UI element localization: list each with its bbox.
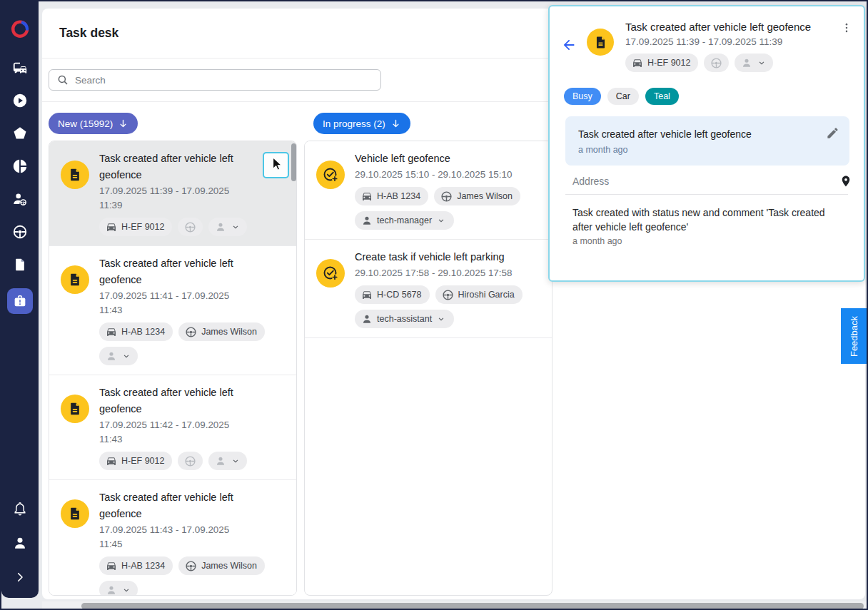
vehicle-label: H-CD 5678 <box>377 290 422 300</box>
car-icon <box>632 57 643 68</box>
edit-button[interactable] <box>826 126 839 140</box>
sidebar-item-driving[interactable] <box>7 223 33 241</box>
tag-teal[interactable]: Teal <box>645 88 679 105</box>
vehicle-chip[interactable]: H-EF 9012 <box>99 452 172 470</box>
chevron-down-icon <box>757 58 767 68</box>
chevron-right-icon <box>14 571 26 584</box>
steering-wheel-icon <box>184 455 196 467</box>
panel-task-title: Task created after vehicle left geofence <box>625 19 835 34</box>
panel-menu-button[interactable] <box>837 18 857 38</box>
task-title: Create task if vehicle left parking <box>355 249 542 265</box>
sidebar-item-documents[interactable] <box>7 255 33 274</box>
chevron-down-icon <box>231 456 241 466</box>
logo-icon <box>9 19 31 40</box>
task-date: 29.10.2025 17:58 - 29.10.2025 17:58 <box>355 266 542 280</box>
search-input[interactable] <box>75 75 373 86</box>
horizontal-scrollbar-thumb[interactable] <box>81 603 864 609</box>
column-label-in-progress: In progress (2) <box>323 118 385 129</box>
pencil-icon <box>826 126 839 140</box>
task-check-icon <box>322 166 339 183</box>
sidebar-item-task-desk[interactable] <box>7 288 33 314</box>
task-check-icon <box>322 265 339 282</box>
vehicle-chip[interactable]: H-AB 1234 <box>99 556 173 575</box>
vehicle-chip[interactable]: H-EF 9012 <box>99 218 172 236</box>
task-avatar <box>61 395 89 423</box>
sidebar-expand-button[interactable] <box>7 568 33 586</box>
pentagon-icon <box>12 126 28 141</box>
assignee-chip[interactable] <box>735 54 773 72</box>
pie-chart-icon <box>12 158 28 174</box>
task-avatar <box>61 499 89 528</box>
sidebar-item-playback[interactable] <box>7 91 33 110</box>
assignee-chip[interactable] <box>99 581 138 596</box>
person-icon <box>741 57 752 68</box>
driver-chip[interactable]: James Wilson <box>178 556 265 575</box>
steering-wheel-icon <box>184 221 196 233</box>
sort-down-icon <box>390 118 401 129</box>
back-button[interactable] <box>557 34 580 56</box>
search-box[interactable] <box>49 69 381 91</box>
sidebar-item-geofences[interactable] <box>7 124 33 143</box>
tag-car[interactable]: Car <box>607 88 639 105</box>
driver-chip[interactable]: James Wilson <box>434 187 520 205</box>
assignee-chip[interactable]: tech-manager <box>355 211 454 230</box>
task-title: Task created after vehicle left geofence <box>99 489 269 522</box>
task-avatar <box>587 29 614 56</box>
feedback-button[interactable]: Feedback <box>841 308 868 364</box>
pinned-comment-time: a month ago <box>578 145 815 155</box>
task-card[interactable]: Task created after vehicle left geofence… <box>49 246 296 375</box>
tag-busy[interactable]: Busy <box>564 88 601 105</box>
assignee-chip[interactable] <box>208 452 247 470</box>
column-header-new[interactable]: New (15992) <box>49 113 138 134</box>
column-scrollbar[interactable] <box>291 143 296 181</box>
task-avatar <box>316 161 345 189</box>
assignee-chip[interactable]: tech-assistant <box>355 310 454 328</box>
sidebar-item-reports[interactable] <box>7 157 33 176</box>
tag-list: Busy Car Teal <box>564 88 864 105</box>
vehicle-label: H-AB 1234 <box>377 191 420 201</box>
driver-label: James Wilson <box>201 561 257 571</box>
vehicle-label: H-EF 9012 <box>121 456 164 466</box>
vehicle-chip[interactable]: H-EF 9012 <box>625 54 698 72</box>
vehicle-chip[interactable]: H-CD 5678 <box>355 285 430 304</box>
task-card[interactable]: Create task if vehicle left parking 29.1… <box>305 240 552 338</box>
history-entry: Task created with status new and comment… <box>550 195 864 246</box>
chevron-down-icon <box>436 314 446 324</box>
assignee-chip[interactable] <box>99 347 138 365</box>
driver-chip[interactable]: Hiroshi Garcia <box>435 285 523 304</box>
search-icon <box>56 73 69 86</box>
sidebar <box>1 1 39 598</box>
vehicle-label: H-AB 1234 <box>121 561 165 571</box>
task-title: Task created after vehicle left geofence <box>99 151 269 183</box>
driver-chip[interactable]: James Wilson <box>178 322 265 341</box>
driver-chip[interactable] <box>178 452 203 470</box>
assignee-chip[interactable] <box>208 218 247 236</box>
pinned-comment: Task created after vehicle left geofence… <box>565 116 849 166</box>
task-desk-icon <box>12 293 28 309</box>
task-avatar <box>61 161 89 189</box>
vehicle-chip[interactable]: H-AB 1234 <box>355 187 428 205</box>
driver-chip[interactable] <box>178 218 203 236</box>
app-logo[interactable] <box>9 19 31 40</box>
person-icon <box>215 455 226 467</box>
column-header-in-progress[interactable]: In progress (2) <box>313 113 410 134</box>
vehicle-chip[interactable]: H-AB 1234 <box>99 322 173 341</box>
task-card[interactable]: Task created after vehicle left geofence… <box>49 480 296 596</box>
task-title: Vehicle left geofence <box>355 151 542 167</box>
sidebar-item-vehicles[interactable] <box>7 59 33 77</box>
task-card[interactable]: Task created after vehicle left geofence… <box>49 375 296 480</box>
address-pin-button[interactable] <box>839 175 852 188</box>
sidebar-item-drivers[interactable] <box>7 190 33 208</box>
task-avatar <box>61 265 89 294</box>
task-detail-panel: Task created after vehicle left geofence… <box>548 5 865 282</box>
chevron-down-icon <box>231 222 241 232</box>
feedback-label: Feedback <box>849 315 860 356</box>
car-icon <box>106 560 117 571</box>
task-card[interactable]: Vehicle left geofence 29.10.2025 15:10 -… <box>305 141 552 240</box>
driver-chip[interactable] <box>704 54 729 72</box>
task-document-icon <box>68 402 82 416</box>
sidebar-item-profile[interactable] <box>7 534 33 552</box>
task-card[interactable]: Task created after vehicle left geofence… <box>49 141 296 246</box>
task-date: 17.09.2025 11:42 - 17.09.2025 11:43 <box>99 418 255 447</box>
sidebar-item-notifications[interactable] <box>7 499 33 518</box>
